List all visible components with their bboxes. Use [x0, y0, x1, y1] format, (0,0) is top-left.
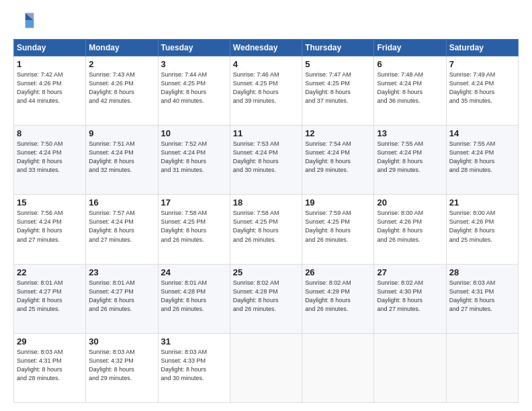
day-detail: Sunrise: 8:01 AM Sunset: 4:27 PM Dayligh… — [17, 279, 83, 314]
day-detail: Sunrise: 8:02 AM Sunset: 4:30 PM Dayligh… — [377, 279, 443, 314]
calendar-cell: 1Sunrise: 7:42 AM Sunset: 4:26 PM Daylig… — [14, 56, 86, 126]
day-detail: Sunrise: 7:49 AM Sunset: 4:24 PM Dayligh… — [449, 71, 515, 105]
day-detail: Sunrise: 7:59 AM Sunset: 4:25 PM Dayligh… — [305, 209, 371, 244]
day-number: 29 — [17, 336, 83, 347]
day-number: 5 — [305, 59, 371, 69]
calendar-cell: 16Sunrise: 7:57 AM Sunset: 4:24 PM Dayli… — [86, 195, 158, 264]
calendar-cell: 7Sunrise: 7:49 AM Sunset: 4:24 PM Daylig… — [446, 56, 518, 126]
day-detail: Sunrise: 8:03 AM Sunset: 4:32 PM Dayligh… — [89, 348, 154, 383]
day-header-monday: Monday — [86, 40, 158, 56]
day-number: 1 — [17, 59, 83, 69]
calendar-week-4: 22Sunrise: 8:01 AM Sunset: 4:27 PM Dayli… — [14, 264, 519, 333]
day-detail: Sunrise: 8:03 AM Sunset: 4:33 PM Dayligh… — [161, 348, 227, 383]
day-number: 30 — [89, 336, 154, 347]
day-detail: Sunrise: 8:02 AM Sunset: 4:28 PM Dayligh… — [233, 279, 299, 314]
day-number: 22 — [17, 267, 83, 277]
day-number: 8 — [17, 128, 83, 138]
day-detail: Sunrise: 7:51 AM Sunset: 4:24 PM Dayligh… — [89, 140, 154, 175]
day-number: 19 — [305, 197, 371, 208]
day-number: 9 — [89, 128, 154, 138]
calendar-week-1: 1Sunrise: 7:42 AM Sunset: 4:26 PM Daylig… — [14, 56, 519, 126]
page: SundayMondayTuesdayWednesdayThursdayFrid… — [0, 0, 532, 411]
calendar-cell: 30Sunrise: 8:03 AM Sunset: 4:32 PM Dayli… — [86, 333, 158, 402]
day-number: 13 — [377, 128, 443, 138]
calendar-week-2: 8Sunrise: 7:50 AM Sunset: 4:24 PM Daylig… — [14, 126, 519, 195]
calendar-cell: 26Sunrise: 8:02 AM Sunset: 4:29 PM Dayli… — [302, 264, 374, 333]
calendar-cell: 21Sunrise: 8:00 AM Sunset: 4:26 PM Dayli… — [446, 195, 518, 264]
calendar-cell: 12Sunrise: 7:54 AM Sunset: 4:24 PM Dayli… — [302, 126, 374, 195]
calendar-cell: 5Sunrise: 7:47 AM Sunset: 4:25 PM Daylig… — [302, 56, 374, 126]
day-detail: Sunrise: 8:03 AM Sunset: 4:31 PM Dayligh… — [17, 348, 83, 383]
day-number: 11 — [233, 128, 299, 138]
header — [13, 11, 519, 32]
calendar-cell: 18Sunrise: 7:58 AM Sunset: 4:25 PM Dayli… — [230, 195, 302, 264]
day-number: 27 — [377, 267, 443, 277]
logo — [13, 11, 38, 32]
calendar-cell — [230, 333, 302, 402]
day-number: 7 — [449, 59, 515, 69]
day-detail: Sunrise: 7:58 AM Sunset: 4:25 PM Dayligh… — [233, 209, 299, 244]
day-detail: Sunrise: 7:50 AM Sunset: 4:24 PM Dayligh… — [17, 140, 83, 175]
day-detail: Sunrise: 7:44 AM Sunset: 4:25 PM Dayligh… — [161, 71, 227, 105]
calendar-cell: 11Sunrise: 7:53 AM Sunset: 4:24 PM Dayli… — [230, 126, 302, 195]
day-number: 3 — [161, 59, 227, 69]
calendar-cell: 25Sunrise: 8:02 AM Sunset: 4:28 PM Dayli… — [230, 264, 302, 333]
day-header-thursday: Thursday — [302, 40, 374, 56]
day-detail: Sunrise: 8:02 AM Sunset: 4:29 PM Dayligh… — [305, 279, 371, 314]
calendar-cell: 28Sunrise: 8:03 AM Sunset: 4:31 PM Dayli… — [446, 264, 518, 333]
day-number: 4 — [233, 59, 299, 69]
calendar-week-3: 15Sunrise: 7:56 AM Sunset: 4:24 PM Dayli… — [14, 195, 519, 264]
day-header-wednesday: Wednesday — [230, 40, 302, 56]
day-detail: Sunrise: 7:46 AM Sunset: 4:25 PM Dayligh… — [233, 71, 299, 105]
day-detail: Sunrise: 8:01 AM Sunset: 4:27 PM Dayligh… — [89, 279, 154, 314]
day-number: 18 — [233, 197, 299, 208]
day-number: 15 — [17, 197, 83, 208]
day-detail: Sunrise: 7:47 AM Sunset: 4:25 PM Dayligh… — [305, 71, 371, 105]
day-number: 20 — [377, 197, 443, 208]
day-number: 10 — [161, 128, 227, 138]
logo-icon — [13, 11, 35, 32]
day-detail: Sunrise: 7:42 AM Sunset: 4:26 PM Dayligh… — [17, 71, 83, 105]
day-detail: Sunrise: 7:54 AM Sunset: 4:24 PM Dayligh… — [305, 140, 371, 175]
calendar-cell: 22Sunrise: 8:01 AM Sunset: 4:27 PM Dayli… — [14, 264, 86, 333]
day-detail: Sunrise: 7:57 AM Sunset: 4:24 PM Dayligh… — [89, 209, 154, 244]
calendar-cell — [446, 333, 518, 402]
day-number: 17 — [161, 197, 227, 208]
day-detail: Sunrise: 8:00 AM Sunset: 4:26 PM Dayligh… — [449, 209, 515, 244]
day-number: 12 — [305, 128, 371, 138]
calendar-cell: 15Sunrise: 7:56 AM Sunset: 4:24 PM Dayli… — [14, 195, 86, 264]
calendar-cell — [374, 333, 446, 402]
day-number: 16 — [89, 197, 154, 208]
calendar-week-5: 29Sunrise: 8:03 AM Sunset: 4:31 PM Dayli… — [14, 333, 519, 402]
day-header-sunday: Sunday — [14, 40, 86, 56]
calendar-cell — [302, 333, 374, 402]
calendar-table: SundayMondayTuesdayWednesdayThursdayFrid… — [13, 39, 519, 403]
day-number: 21 — [449, 197, 515, 208]
calendar-cell: 13Sunrise: 7:55 AM Sunset: 4:24 PM Dayli… — [374, 126, 446, 195]
day-detail: Sunrise: 7:55 AM Sunset: 4:24 PM Dayligh… — [377, 140, 443, 175]
calendar-cell: 6Sunrise: 7:48 AM Sunset: 4:24 PM Daylig… — [374, 56, 446, 126]
calendar-cell: 23Sunrise: 8:01 AM Sunset: 4:27 PM Dayli… — [86, 264, 158, 333]
day-detail: Sunrise: 7:58 AM Sunset: 4:25 PM Dayligh… — [161, 209, 227, 244]
calendar-cell: 19Sunrise: 7:59 AM Sunset: 4:25 PM Dayli… — [302, 195, 374, 264]
day-detail: Sunrise: 8:01 AM Sunset: 4:28 PM Dayligh… — [161, 279, 227, 314]
day-number: 24 — [161, 267, 227, 277]
day-number: 28 — [449, 267, 515, 277]
day-number: 31 — [161, 336, 227, 347]
day-detail: Sunrise: 7:56 AM Sunset: 4:24 PM Dayligh… — [17, 209, 83, 244]
day-detail: Sunrise: 7:55 AM Sunset: 4:24 PM Dayligh… — [449, 140, 515, 175]
calendar-cell: 29Sunrise: 8:03 AM Sunset: 4:31 PM Dayli… — [14, 333, 86, 402]
day-header-saturday: Saturday — [446, 40, 518, 56]
svg-marker-1 — [26, 20, 34, 28]
day-number: 23 — [89, 267, 154, 277]
day-detail: Sunrise: 7:43 AM Sunset: 4:26 PM Dayligh… — [89, 71, 154, 105]
day-detail: Sunrise: 7:52 AM Sunset: 4:24 PM Dayligh… — [161, 140, 227, 175]
calendar-cell: 10Sunrise: 7:52 AM Sunset: 4:24 PM Dayli… — [158, 126, 230, 195]
day-number: 26 — [305, 267, 371, 277]
calendar-cell: 2Sunrise: 7:43 AM Sunset: 4:26 PM Daylig… — [86, 56, 158, 126]
day-detail: Sunrise: 7:48 AM Sunset: 4:24 PM Dayligh… — [377, 71, 443, 105]
day-number: 6 — [377, 59, 443, 69]
calendar-cell: 3Sunrise: 7:44 AM Sunset: 4:25 PM Daylig… — [158, 56, 230, 126]
day-detail: Sunrise: 8:00 AM Sunset: 4:26 PM Dayligh… — [377, 209, 443, 244]
calendar-cell: 27Sunrise: 8:02 AM Sunset: 4:30 PM Dayli… — [374, 264, 446, 333]
